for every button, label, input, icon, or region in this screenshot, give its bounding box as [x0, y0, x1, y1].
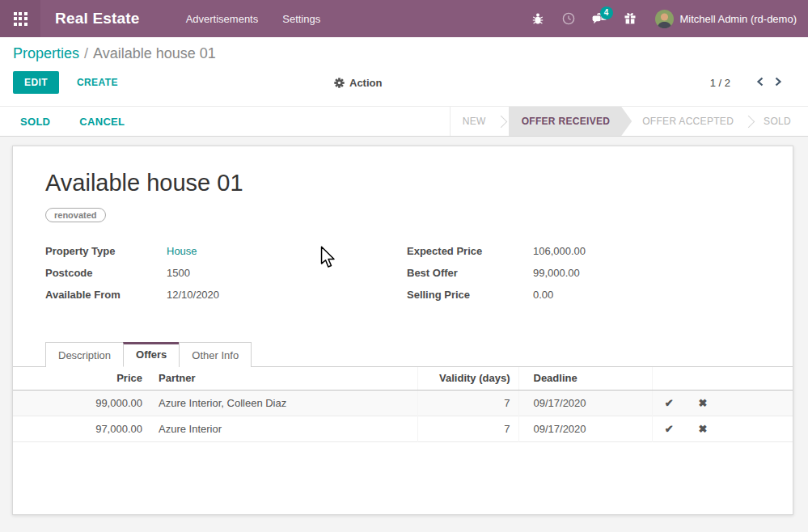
clock-icon: [562, 12, 575, 25]
field-group-right: Expected Price 106,000.00 Best Offer 99,…: [407, 245, 760, 310]
column-header-deadline[interactable]: Deadline: [518, 367, 652, 391]
statusbar: SOLD CANCEL NEW OFFER RECEIVED OFFER ACC…: [0, 106, 808, 137]
form-sheet: Available house 01 renovated Property Ty…: [12, 146, 793, 515]
field-group-left: Property Type House Postcode 1500 Availa…: [45, 245, 407, 310]
column-header-partner[interactable]: Partner: [150, 367, 417, 391]
top-navbar: Real Estate Advertisements Settings: [0, 0, 808, 37]
offer-row-2[interactable]: 97,000.00 Azure Interior 7 09/17/2020 ✔ …: [13, 416, 793, 442]
bug-icon: [531, 12, 544, 25]
field-postcode: Postcode 1500: [45, 267, 407, 279]
menu-advertisements[interactable]: Advertisements: [186, 13, 259, 25]
field-label: Best Offer: [407, 267, 533, 279]
avatar-photo: [655, 10, 674, 28]
apps-grid-icon: [14, 12, 27, 26]
field-property-type: Property Type House: [45, 245, 407, 257]
field-value: 0.00: [533, 289, 553, 301]
field-label: Selling Price: [407, 289, 533, 301]
offer-deadline: 09/17/2020: [518, 391, 652, 416]
offer-validity: 7: [417, 391, 518, 416]
debug-bug-icon[interactable]: [522, 12, 553, 25]
stage-separator-chevron: [494, 115, 507, 128]
refuse-offer-icon[interactable]: ✖: [686, 416, 720, 442]
property-type-link[interactable]: House: [167, 245, 197, 257]
breadcrumb-separator: /: [84, 45, 88, 61]
gift-icon-button[interactable]: [615, 12, 645, 25]
field-value: 99,000.00: [533, 267, 580, 279]
gear-icon: [334, 78, 345, 88]
offer-price: 97,000.00: [13, 416, 150, 442]
offer-validity: 7: [417, 416, 518, 442]
stage-separator-chevron: [742, 115, 755, 128]
user-menu[interactable]: Mitchell Admin (rd-demo): [680, 13, 797, 25]
column-header-filler: [720, 367, 793, 391]
column-header-accept: [652, 367, 686, 391]
offer-deadline: 09/17/2020: [518, 416, 652, 442]
app-title[interactable]: Real Estate: [55, 10, 140, 27]
field-label: Postcode: [45, 267, 167, 279]
cancel-button[interactable]: CANCEL: [79, 116, 125, 128]
pager-next-button[interactable]: [769, 75, 787, 91]
menu-settings[interactable]: Settings: [282, 13, 320, 25]
field-label: Expected Price: [407, 245, 533, 257]
field-label: Property Type: [45, 245, 167, 257]
field-available-from: Available From 12/10/2020: [45, 289, 407, 301]
column-header-refuse: [686, 367, 720, 391]
control-panel: Properties/Available house 01 EDIT CREAT…: [0, 37, 808, 106]
refuse-offer-icon[interactable]: ✖: [686, 391, 720, 416]
pager-value: 1 / 2: [710, 77, 730, 89]
stage-offer-received[interactable]: OFFER RECEIVED: [509, 107, 632, 136]
tag-renovated: renovated: [45, 208, 106, 222]
gift-icon: [624, 12, 637, 25]
messages-menu[interactable]: 4: [584, 12, 615, 26]
field-label: Available From: [45, 289, 167, 301]
stage-offer-accepted[interactable]: OFFER ACCEPTED: [633, 116, 742, 127]
offers-header-row: Price Partner Validity (days) Deadline: [13, 367, 793, 391]
column-header-price[interactable]: Price: [13, 367, 150, 391]
column-header-validity[interactable]: Validity (days): [417, 367, 518, 391]
action-menu-button[interactable]: Action: [334, 77, 382, 89]
field-expected-price: Expected Price 106,000.00: [407, 245, 760, 257]
pager-previous-button[interactable]: [751, 75, 769, 91]
edit-button[interactable]: EDIT: [13, 71, 59, 94]
apps-menu-button[interactable]: [0, 0, 40, 37]
tab-description[interactable]: Description: [45, 342, 124, 367]
chevron-right-icon: [774, 77, 782, 87]
pager: 1 / 2: [710, 75, 787, 91]
user-avatar[interactable]: [655, 10, 674, 28]
stage-new[interactable]: NEW: [454, 116, 495, 127]
breadcrumb-parent-link[interactable]: Properties: [13, 45, 79, 61]
statusbar-buttons: SOLD CANCEL: [20, 116, 125, 128]
offer-row-1[interactable]: 99,000.00 Azure Interior, Colleen Diaz 7…: [13, 391, 793, 416]
accept-offer-icon[interactable]: ✔: [652, 416, 686, 442]
activities-clock-icon[interactable]: [553, 12, 584, 25]
field-groups: Property Type House Postcode 1500 Availa…: [45, 245, 760, 310]
offers-table: Price Partner Validity (days) Deadline 9…: [13, 367, 793, 442]
notebook-tabs: Description Offers Other Info: [13, 342, 793, 367]
message-count-badge: 4: [600, 6, 613, 19]
field-value: 106,000.00: [533, 245, 586, 257]
field-best-offer: Best Offer 99,000.00: [407, 267, 760, 279]
record-title: Available house 01: [45, 170, 760, 196]
tab-offers[interactable]: Offers: [123, 342, 180, 367]
field-value: 1500: [167, 267, 190, 279]
offer-price: 99,000.00: [13, 391, 150, 416]
control-buttons-row: EDIT CREATE Action 1 / 2: [13, 71, 795, 94]
offer-partner: Azure Interior, Colleen Diaz: [150, 391, 417, 416]
stage-sold[interactable]: SOLD: [755, 116, 800, 127]
field-value: 12/10/2020: [167, 289, 219, 301]
create-button[interactable]: CREATE: [72, 71, 123, 94]
sold-button[interactable]: SOLD: [20, 116, 50, 128]
tab-other-info[interactable]: Other Info: [179, 342, 252, 367]
chevron-left-icon: [756, 77, 764, 87]
action-label: Action: [349, 77, 382, 89]
navbar-right: 4 Mitchell Admin (rd-demo): [522, 10, 808, 28]
stage-pipeline: NEW OFFER RECEIVED OFFER ACCEPTED SOLD: [450, 107, 808, 136]
field-selling-price: Selling Price 0.00: [407, 289, 760, 301]
breadcrumb: Properties/Available house 01: [13, 45, 795, 62]
breadcrumb-current: Available house 01: [93, 45, 216, 61]
offer-partner: Azure Interior: [150, 416, 417, 442]
accept-offer-icon[interactable]: ✔: [652, 391, 686, 416]
